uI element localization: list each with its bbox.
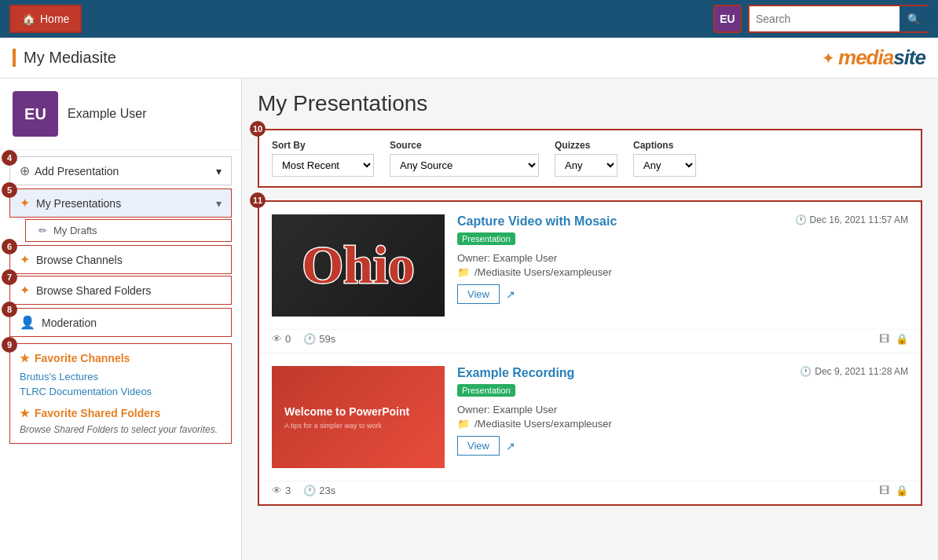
quizzes-label: Quizzes [555, 140, 617, 151]
add-presentation-button[interactable]: ⊕Add Presentation ▾ [9, 156, 232, 185]
home-label: Home [40, 13, 69, 25]
home-button[interactable]: 🏠 Home [9, 5, 82, 33]
sidebar-label-browse-channels: Browse Channels [36, 254, 123, 266]
user-name: Example User [68, 107, 146, 121]
sidebar-item-moderation[interactable]: 👤 Moderation [9, 308, 232, 337]
mediasite-logo: ✦ mediasite [822, 46, 925, 70]
quizzes-filter-group: Quizzes Any [555, 140, 617, 177]
captions-label: Captions [633, 140, 696, 151]
search-input[interactable] [749, 6, 900, 31]
eye-icon-2: 👁 [272, 485, 282, 496]
search-icon: 🔍 [907, 13, 921, 25]
sidebar-label-my-drafts: My Drafts [53, 225, 97, 236]
sidebar-item-browse-channels[interactable]: ✦ Browse Channels [9, 245, 232, 274]
presentation-1-tag: Presentation [457, 232, 515, 245]
presentation-1-stats: 👁 0 🕐 59s 🎞 🔒 [259, 329, 921, 353]
duration-icon-2: 🕐 [303, 485, 316, 496]
sidebar: EU Example User 4 ⊕Add Presentation ▾ 5 … [0, 79, 242, 560]
user-initials-badge: EU [720, 13, 735, 25]
presentation-2-folder: 📁 /Mediasite Users/exampleuser [457, 418, 908, 430]
page-title: My Presentations [258, 91, 922, 116]
presentation-2-date: 🕐 Dec 9, 2021 11:28 AM [800, 366, 908, 377]
source-label: Source [390, 140, 539, 151]
share-icon-2[interactable]: ↗ [506, 440, 515, 452]
folder-icon-2: 📁 [457, 418, 470, 430]
clock-icon: 🕐 [795, 214, 807, 225]
clock-icon-2: 🕐 [800, 366, 812, 377]
moderation-icon: 👤 [20, 315, 35, 330]
plus-icon: ⊕ [20, 163, 30, 178]
table-row: Ohio Ohio Capture Video with Mosaic 🕐 De… [259, 202, 921, 353]
badge-5: 5 [2, 182, 17, 198]
captions-select[interactable]: Any [633, 154, 696, 177]
sort-label: Sort By [272, 140, 374, 151]
content-area: My Presentations 10 Sort By Most Recent … [242, 79, 938, 560]
thumbnail-ppt: Welcome to PowerPoint A tips for a simpl… [272, 366, 445, 468]
user-section: EU Example User [0, 79, 241, 150]
user-avatar-badge[interactable]: EU [713, 5, 742, 33]
sidebar-item-browse-shared-folders[interactable]: ✦ Browse Shared Folders [9, 276, 232, 305]
filter-bar: Sort By Most Recent Source Any Source Qu… [258, 129, 922, 188]
presentation-2-info: Example Recording 🕐 Dec 9, 2021 11:28 AM… [457, 366, 908, 456]
lock-icon: 🔒 [896, 333, 908, 345]
badge-7: 7 [2, 269, 17, 285]
site-title: My Mediasite [13, 49, 116, 67]
captions-filter-group: Captions Any [633, 140, 696, 177]
thumbnail-ohio: Ohio Ohio [272, 214, 445, 317]
logo-text: mediasite [838, 46, 925, 70]
home-icon: 🏠 [22, 13, 35, 25]
presentations-list: Ohio Ohio Capture Video with Mosaic 🕐 De… [258, 200, 922, 506]
chevron-down-icon: ▾ [216, 197, 222, 210]
presentation-1-date: 🕐 Dec 16, 2021 11:57 AM [795, 214, 908, 225]
search-container: 🔍 [748, 5, 929, 33]
source-select[interactable]: Any Source [390, 154, 539, 177]
duration-icon: 🕐 [303, 333, 316, 345]
sort-filter-group: Sort By Most Recent [272, 140, 374, 177]
star-icon: ★ [20, 352, 30, 364]
badge-8: 8 [2, 302, 17, 317]
table-row: Welcome to PowerPoint A tips for a simpl… [259, 353, 921, 504]
svg-text:Ohio: Ohio [302, 235, 415, 295]
badge-11: 11 [250, 192, 266, 208]
sidebar-label-my-presentations: My Presentations [36, 197, 121, 210]
presentation-2-owner: Owner: Example User [457, 404, 908, 415]
presentation-1-view-button[interactable]: View [457, 284, 500, 304]
badge-1: 4 [2, 150, 17, 166]
favorite-shared-folders-title: ★ Favorite Shared Folders [20, 407, 222, 419]
ppt-sub-text: A tips for a simpler way to work [284, 422, 382, 430]
drafts-icon: ✏ [38, 225, 47, 236]
eye-icon: 👁 [272, 333, 282, 345]
badge-9: 9 [2, 337, 17, 353]
fav-channel-1-link[interactable]: Brutus's Lectures [20, 371, 222, 382]
presentation-2-stats: 👁 3 🕐 23s 🎞 🔒 [259, 481, 921, 504]
favorite-channels-title: ★ Favorite Channels [20, 352, 222, 364]
presentation-1-folder: 📁 /Mediasite Users/exampleuser [457, 266, 908, 278]
dropdown-arrow-icon: ▾ [216, 165, 222, 178]
sidebar-label-browse-shared-folders: Browse Shared Folders [36, 284, 151, 297]
sort-select[interactable]: Most Recent [272, 154, 374, 177]
presentation-1-title[interactable]: Capture Video with Mosaic [457, 214, 617, 229]
search-button[interactable]: 🔍 [900, 6, 929, 31]
sidebar-label-moderation: Moderation [42, 317, 97, 329]
quizzes-select[interactable]: Any [555, 154, 617, 177]
presentation-2-view-button[interactable]: View [457, 436, 500, 456]
presentation-1-owner: Owner: Example User [457, 252, 908, 264]
folder-icon: 📁 [457, 266, 470, 278]
film-icon: 🎞 [879, 333, 889, 345]
channels-icon: ✦ [20, 252, 30, 267]
share-icon[interactable]: ↗ [506, 288, 515, 301]
presentation-2-title[interactable]: Example Recording [457, 366, 574, 380]
logo-dots-icon: ✦ [822, 49, 835, 68]
source-filter-group: Source Any Source [390, 140, 539, 177]
star-icon-2: ★ [20, 407, 30, 419]
badge-6: 6 [2, 239, 17, 254]
lock-icon-2: 🔒 [896, 485, 908, 496]
film-icon-2: 🎞 [879, 485, 889, 496]
fav-channel-2-link[interactable]: TLRC Documentation Videos [20, 386, 222, 397]
presentation-2-tag: Presentation [457, 384, 515, 397]
presentation-1-info: Capture Video with Mosaic 🕐 Dec 16, 2021… [457, 214, 908, 304]
sidebar-item-my-drafts[interactable]: ✏ My Drafts [25, 219, 232, 242]
sidebar-item-my-presentations[interactable]: ✦ My Presentations ▾ [9, 188, 232, 218]
presentations-icon: ✦ [20, 196, 30, 210]
ppt-title-text: Welcome to PowerPoint [284, 404, 409, 419]
